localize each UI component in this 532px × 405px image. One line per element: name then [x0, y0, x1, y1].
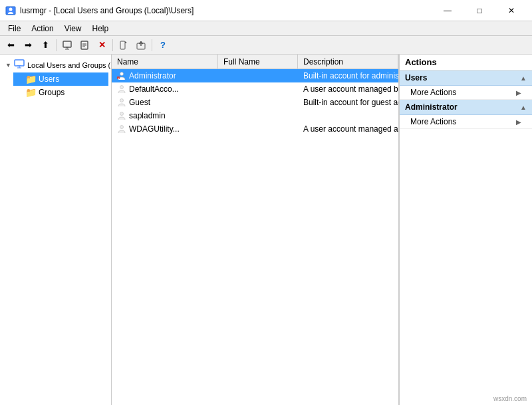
main-area: ▼ Local Users and Groups (Local) 📁 Users [0, 55, 532, 405]
cell-fullname-4 [218, 122, 298, 135]
user-icon-4 [117, 124, 126, 134]
actions-item-more-users[interactable]: More Actions ▶ [400, 86, 532, 100]
export-button[interactable] [133, 38, 149, 53]
computer-icon [14, 59, 25, 71]
menu-help[interactable]: Help [87, 21, 114, 35]
svg-point-24 [120, 125, 124, 128]
cell-fullname-3 [218, 109, 298, 122]
svg-point-21 [120, 85, 124, 88]
cell-name-1: DefaultAcco... [112, 82, 218, 95]
help-button[interactable]: ? [155, 38, 171, 53]
new-icon [119, 41, 128, 50]
menu-bar: File Action View Help [0, 21, 532, 36]
table-row[interactable]: WDAGUtility... A user account managed an… [112, 122, 398, 136]
actions-panel: Actions Users ▲ More Actions ▶ Administr… [399, 55, 532, 405]
forward-button[interactable]: ➡ [20, 38, 36, 53]
list-panel: Name Full Name Description ★ Admi [112, 55, 399, 405]
delete-button[interactable]: ✕ [94, 38, 110, 53]
toolbar-sep-2 [112, 39, 113, 51]
tree-item-users[interactable]: 📁 Users [13, 72, 108, 86]
close-button[interactable]: ✕ [496, 0, 527, 21]
svg-rect-10 [120, 41, 125, 49]
svg-rect-14 [15, 60, 24, 66]
title-controls: — □ ✕ [432, 0, 527, 21]
cell-fullname-1 [218, 82, 298, 95]
tree-panel: ▼ Local Users and Groups (Local) 📁 Users [0, 55, 112, 405]
menu-file[interactable]: File [3, 21, 26, 35]
arrow-right-icon-admin: ▶ [516, 118, 521, 126]
export-icon [136, 41, 146, 50]
cell-desc-2: Built-in account for guest access t... [298, 96, 398, 108]
menu-view[interactable]: View [59, 21, 87, 35]
new-button[interactable] [116, 38, 132, 53]
list-header: Name Full Name Description [112, 55, 398, 69]
svg-marker-11 [125, 41, 127, 43]
table-row[interactable]: Guest Built-in account for guest access … [112, 96, 398, 109]
cell-name-2: Guest [112, 96, 218, 108]
col-header-fullname[interactable]: Full Name [218, 55, 298, 68]
actions-section-administrator[interactable]: Administrator ▲ [400, 100, 532, 115]
list-body: ★ Administrator Built-in account for adm… [112, 69, 398, 405]
chevron-up-icon-admin: ▲ [520, 104, 527, 111]
expand-icon: ▼ [5, 62, 11, 68]
groups-folder-icon: 📁 [25, 87, 36, 98]
actions-item-more-admin[interactable]: More Actions ▶ [400, 115, 532, 129]
back-button[interactable]: ⬅ [3, 38, 19, 53]
minimize-button[interactable]: — [432, 0, 463, 21]
title-bar-left: lusrmgr - [Local Users and Groups (Local… [5, 5, 194, 16]
cell-desc-3 [298, 109, 398, 122]
col-header-description[interactable]: Description [298, 55, 398, 68]
arrow-right-icon-users: ▶ [516, 89, 521, 96]
tree-users-label: Users [39, 74, 59, 84]
svg-point-18 [120, 72, 124, 75]
app-icon [5, 5, 16, 16]
users-folder-icon: 📁 [25, 74, 36, 84]
cell-desc-4: A user account managed and use... [298, 122, 398, 135]
tree-root-label: Local Users and Groups (Local) [27, 61, 112, 69]
cell-name-0: ★ Administrator [112, 69, 218, 82]
toolbar-sep-1 [56, 39, 57, 51]
show-hide-button[interactable] [59, 38, 75, 53]
tree-children: 📁 Users 📁 Groups [3, 72, 108, 99]
cell-name-3: sapladmin [112, 109, 218, 122]
cell-name-4: WDAGUtility... [112, 122, 218, 135]
table-row[interactable]: ★ Administrator Built-in account for adm… [112, 69, 398, 82]
cell-desc-0: Built-in account for administering... [298, 69, 398, 82]
menu-action[interactable]: Action [26, 21, 59, 35]
svg-point-23 [120, 112, 124, 115]
cell-fullname-2 [218, 96, 298, 108]
toolbar: ⬅ ➡ ⬆ ✕ ? [0, 36, 532, 55]
table-row[interactable]: DefaultAcco... A user account managed by… [112, 82, 398, 96]
svg-point-1 [9, 7, 13, 11]
svg-rect-2 [63, 41, 71, 47]
user-icon-2 [117, 98, 126, 107]
user-icon-1 [117, 84, 126, 94]
monitor-icon [63, 41, 72, 50]
up-button[interactable]: ⬆ [37, 38, 53, 53]
toolbar-sep-3 [152, 39, 152, 51]
tree-groups-label: Groups [39, 88, 65, 97]
properties-button[interactable] [76, 38, 92, 53]
col-header-name[interactable]: Name [112, 55, 218, 68]
svg-text:★: ★ [118, 77, 120, 80]
table-row[interactable]: sapladmin [112, 109, 398, 122]
watermark: wsxdn.com [493, 395, 527, 402]
cell-fullname-0 [218, 69, 298, 82]
chevron-up-icon-users: ▲ [520, 74, 527, 82]
user-icon-3 [117, 111, 126, 120]
cell-desc-1: A user account managed by the s... [298, 82, 398, 95]
actions-section-users[interactable]: Users ▲ [400, 70, 532, 86]
user-icon-0: ★ [117, 71, 126, 80]
maximize-button[interactable]: □ [464, 0, 495, 21]
title-bar: lusrmgr - [Local Users and Groups (Local… [0, 0, 532, 21]
title-text: lusrmgr - [Local Users and Groups (Local… [20, 6, 194, 15]
tree-item-root[interactable]: ▼ Local Users and Groups (Local) [3, 57, 108, 72]
svg-point-22 [120, 98, 124, 102]
properties-icon [80, 41, 89, 50]
actions-header: Actions [400, 55, 532, 70]
tree-root: ▼ Local Users and Groups (Local) 📁 Users [0, 55, 111, 102]
tree-item-groups[interactable]: 📁 Groups [13, 86, 108, 99]
